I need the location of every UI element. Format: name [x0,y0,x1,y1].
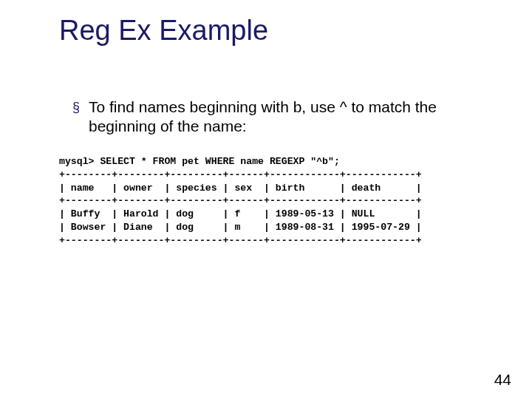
bullet-text: To find names beginning with b, use ^ to… [89,98,488,136]
code-block: mysql> SELECT * FROM pet WHERE name REGE… [59,155,422,248]
slide: Reg Ex Example § To find names beginning… [0,0,532,399]
slide-title: Reg Ex Example [59,15,268,47]
bullet-item: § To find names beginning with b, use ^ … [72,98,488,136]
bullet-marker-icon: § [72,98,80,117]
page-number: 44 [494,371,511,389]
